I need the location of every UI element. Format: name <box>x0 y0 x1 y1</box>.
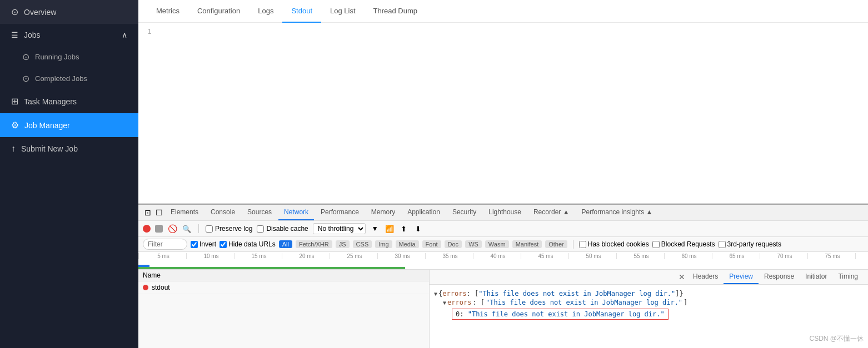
task-managers-icon: ⊞ <box>11 96 18 107</box>
response-tab-headers[interactable]: Headers <box>687 270 724 284</box>
sidebar-item-overview[interactable]: ⊙ Overview <box>0 0 138 24</box>
devtools-tab-network[interactable]: Network <box>278 205 314 220</box>
filter-sep <box>573 240 573 249</box>
has-blocked-cookies-checkbox[interactable]: Has blocked cookies <box>579 240 649 248</box>
tab-log-list[interactable]: Log List <box>321 0 365 23</box>
filter-media[interactable]: Media <box>396 240 419 248</box>
network-status-dot <box>143 285 148 290</box>
tick-55ms: 55 ms <box>616 253 664 259</box>
wifi-icon[interactable]: 📶 <box>385 224 395 234</box>
tab-logs[interactable]: Logs <box>249 0 282 23</box>
devtools-main: Name stdout ✕ Headers Preview <box>138 270 868 348</box>
sidebar-section-jobs-label: Jobs <box>24 31 41 39</box>
tick-75ms: 75 ms <box>807 253 855 259</box>
response-tab-preview[interactable]: Preview <box>724 270 759 284</box>
response-tab-timing[interactable]: Timing <box>832 270 864 284</box>
tick-30ms: 30 ms <box>377 253 425 259</box>
filter-doc[interactable]: Doc <box>445 240 462 248</box>
tick-5ms: 5 ms <box>138 253 186 259</box>
filter-other[interactable]: Other <box>545 240 567 248</box>
json-line-3: 0: "This file does not exist in JobManag… <box>452 307 864 320</box>
network-col-header: Name <box>138 270 429 281</box>
sidebar-item-running-jobs[interactable]: ⊙ Running Jobs <box>11 46 138 68</box>
devtools-tab-elements[interactable]: Elements <box>165 205 204 220</box>
sidebar-item-task-managers[interactable]: ⊞ Task Managers <box>0 89 138 113</box>
json-indent-2: 0: "This file does not exist in JobManag… <box>452 307 864 320</box>
json-triangle-1[interactable]: ▼ <box>434 291 437 297</box>
json-index: 0: <box>456 310 468 318</box>
filter-js[interactable]: JS <box>336 240 350 248</box>
hide-data-urls-input[interactable] <box>220 241 227 248</box>
filter-bar: Invert Hide data URLs All Fetch/XHR JS C… <box>138 237 868 252</box>
json-text-1: {errors: ["This file does not exist in J… <box>438 290 684 297</box>
json-triangle-2[interactable]: ▼ <box>443 300 446 306</box>
invert-input[interactable] <box>191 241 198 248</box>
tab-configuration[interactable]: Configuration <box>188 0 249 23</box>
main-content: Metrics Configuration Logs Stdout Log Li… <box>138 0 868 348</box>
tab-thread-dump[interactable]: Thread Dump <box>365 0 426 23</box>
throttle-select[interactable]: No throttling <box>313 223 366 234</box>
json-error-box: 0: "This file does not exist in JobManag… <box>452 309 669 320</box>
devtools-tab-performance[interactable]: Performance <box>315 205 365 220</box>
third-party-checkbox[interactable]: 3rd-party requests <box>719 240 781 248</box>
tab-stdout[interactable]: Stdout <box>282 0 321 23</box>
response-tab-initiator[interactable]: Initiator <box>800 270 832 284</box>
devtools-tab-memory[interactable]: Memory <box>366 205 401 220</box>
filter-wasm[interactable]: Wasm <box>485 240 509 248</box>
clear-icon[interactable]: 🚫 <box>167 224 177 234</box>
sidebar-job-manager-label: Job Manager <box>24 121 70 130</box>
filter-all[interactable]: All <box>279 240 292 248</box>
devtools-tab-security[interactable]: Security <box>447 205 482 220</box>
devtools-tab-perf-insights[interactable]: Performance insights ▲ <box>576 205 659 220</box>
blocked-requests-label: Blocked Requests <box>661 240 715 248</box>
has-blocked-cookies-input[interactable] <box>579 241 586 248</box>
response-tab-response[interactable]: Response <box>759 270 800 284</box>
devtools-tab-console[interactable]: Console <box>205 205 241 220</box>
network-name-col: stdout <box>143 284 254 291</box>
filter-fetch-xhr[interactable]: Fetch/XHR <box>296 240 332 248</box>
sidebar-item-completed-jobs[interactable]: ⊙ Completed Jobs <box>11 68 138 89</box>
blocked-requests-checkbox[interactable]: Blocked Requests <box>652 240 715 248</box>
hide-data-urls-checkbox[interactable]: Hide data URLs <box>220 240 276 248</box>
throttle-arrow-icon[interactable]: ▼ <box>370 224 380 234</box>
devtools-tab-application[interactable]: Application <box>402 205 446 220</box>
filter-css[interactable]: CSS <box>353 240 372 248</box>
tab-metrics[interactable]: Metrics <box>147 0 188 23</box>
response-close-button[interactable]: ✕ <box>676 270 687 284</box>
filter-ws[interactable]: WS <box>465 240 482 248</box>
download-icon[interactable]: ⬇ <box>413 224 423 234</box>
filter-input[interactable] <box>143 239 187 250</box>
invert-checkbox[interactable]: Invert <box>191 240 216 248</box>
overview-icon: ⊙ <box>11 7 18 17</box>
response-content: ▼ {errors: ["This file does not exist in… <box>430 285 868 348</box>
sidebar-item-job-manager[interactable]: ⚙ Job Manager <box>0 113 138 137</box>
third-party-input[interactable] <box>719 241 726 248</box>
filter-font[interactable]: Font <box>422 240 441 248</box>
devtools-tab-lighthouse[interactable]: Lighthouse <box>483 205 527 220</box>
sidebar-section-jobs[interactable]: ☰ Jobs ∧ <box>0 24 138 46</box>
filter-manifest[interactable]: Manifest <box>512 240 542 248</box>
json-indent-1: ▼ errors: ["This file does not exist in … <box>443 298 864 320</box>
tick-60ms: 60 ms <box>664 253 712 259</box>
devtools-tab-recorder[interactable]: Recorder ▲ <box>528 205 575 220</box>
upload-icon[interactable]: ⬆ <box>399 224 409 234</box>
sidebar-item-submit-new-job[interactable]: ↑ Submit New Job <box>0 137 138 160</box>
stdout-content: 1 <box>138 23 868 204</box>
devtools-tab-sources[interactable]: Sources <box>242 205 277 220</box>
json-line-1: ▼ {errors: ["This file does not exist in… <box>434 289 864 298</box>
tick-40ms: 40 ms <box>473 253 521 259</box>
search-icon[interactable]: 🔍 <box>182 224 192 234</box>
devtools-inspect-icon[interactable]: ☐ <box>154 208 164 218</box>
blocked-requests-input[interactable] <box>652 241 660 248</box>
preserve-log-checkbox[interactable]: Preserve log <box>206 225 252 233</box>
stop-button[interactable] <box>155 225 163 233</box>
disable-cache-checkbox[interactable]: Disable cache <box>257 225 308 233</box>
disable-cache-input[interactable] <box>257 225 264 233</box>
filter-img[interactable]: Img <box>375 240 392 248</box>
tick-65ms: 65 ms <box>712 253 760 259</box>
json-errors-value: "This file does not exist in JobManager … <box>486 299 682 306</box>
record-button[interactable] <box>143 225 151 233</box>
preserve-log-input[interactable] <box>206 225 213 233</box>
devtools-toggle-icon[interactable]: ⊡ <box>143 208 153 218</box>
network-row-stdout[interactable]: stdout <box>138 281 429 294</box>
